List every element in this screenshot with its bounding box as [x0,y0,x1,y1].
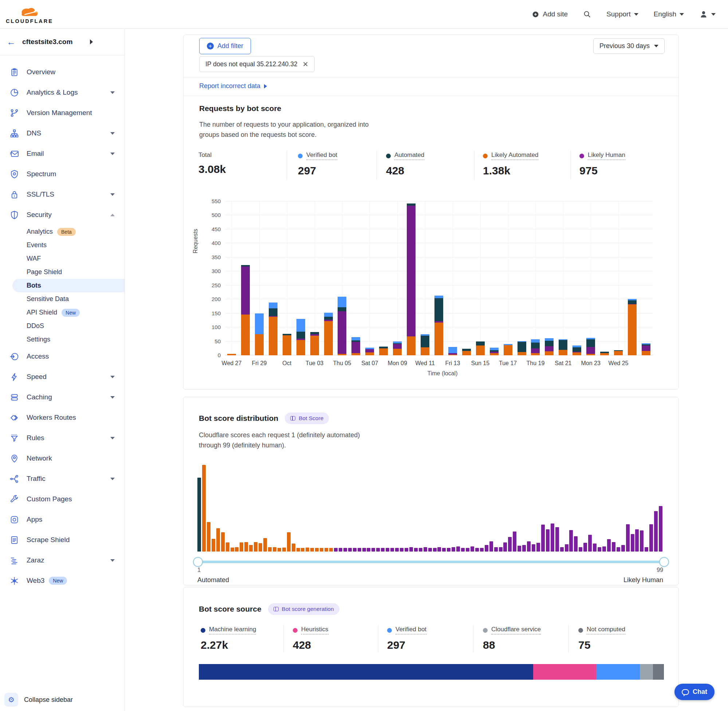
histogram-bar-score-65[interactable] [499,547,502,552]
stat-label[interactable]: Likely Human [588,152,625,160]
sidebar-item-web3[interactable]: Web3New [0,571,124,591]
gear-icon[interactable]: ⚙ [4,693,18,707]
histogram-bar-score-22[interactable] [297,548,300,552]
sidebar-item-ddos[interactable]: DDoS [0,319,124,333]
requests-day-bar[interactable] [351,337,360,356]
requests-day-bar[interactable] [448,347,457,356]
add-filter-button[interactable]: + Add filter [199,38,251,54]
histogram-bar-score-28[interactable] [325,548,328,552]
histogram-bar-score-42[interactable] [390,548,394,552]
histogram-bar-score-63[interactable] [489,541,493,552]
requests-day-bar[interactable] [283,334,291,356]
requests-day-bar[interactable] [379,347,388,356]
sidebar-item-caching[interactable]: Caching [0,387,124,407]
histogram-bar-score-77[interactable] [555,527,559,552]
histogram-bar-score-29[interactable] [329,548,333,552]
sidebar-item-custom-pages[interactable]: Custom Pages [0,489,124,509]
requests-day-bar[interactable] [393,341,402,356]
requests-day-bar[interactable] [407,204,415,356]
histogram-bar-score-51[interactable] [433,548,437,552]
histogram-bar-score-13[interactable] [254,542,257,552]
back-arrow-icon[interactable]: ← [7,37,16,47]
histogram-bar-score-74[interactable] [541,525,545,552]
histogram-bar-score-79[interactable] [565,544,569,552]
histogram-bar-score-59[interactable] [471,546,474,552]
histogram-bar-score-81[interactable] [574,536,577,552]
histogram-bar-score-9[interactable] [235,547,239,552]
stat-label[interactable]: Verified bot [306,152,337,160]
histogram-bar-score-87[interactable] [602,546,606,552]
histogram-bar-score-45[interactable] [405,548,408,552]
slider-handle-min[interactable] [193,557,203,567]
sidebar-item-analytics-logs[interactable]: Analytics & Logs [0,82,124,103]
histogram-bar-score-48[interactable] [419,548,422,552]
histogram-bar-score-83[interactable] [583,543,587,552]
sidebar-item-zaraz[interactable]: Zaraz [0,550,124,571]
requests-day-bar[interactable] [573,345,581,356]
sidebar-item-dns[interactable]: DNS [0,123,124,143]
histogram-bar-score-53[interactable] [442,548,446,552]
histogram-bar-score-40[interactable] [381,548,385,552]
bot-score-badge[interactable]: Bot Score [285,413,329,424]
histogram-bar-score-38[interactable] [371,548,375,552]
histogram-bar-score-14[interactable] [258,543,262,552]
histogram-bar-score-96[interactable] [645,547,648,552]
chevron-right-icon[interactable] [90,39,93,44]
date-range-select[interactable]: Previous 30 days [593,38,665,54]
histogram-bar-score-55[interactable] [452,547,455,552]
sidebar-item-workers-routes[interactable]: Workers Routes [0,407,124,428]
sidebar-item-spectrum[interactable]: Spectrum [0,164,124,184]
histogram-bar-score-89[interactable] [612,542,616,552]
histogram-bar-score-85[interactable] [593,544,597,552]
requests-day-bar[interactable] [421,334,430,356]
histogram-bar-score-5[interactable] [216,528,220,552]
score-slider-track[interactable] [197,561,665,563]
histogram-bar-score-44[interactable] [400,548,403,552]
histogram-bar-score-61[interactable] [480,548,484,552]
add-site-button[interactable]: Add site [532,10,568,18]
filter-chip[interactable]: IP does not equal 35.212.240.32 ✕ [199,56,315,72]
histogram-bar-score-88[interactable] [607,539,611,552]
histogram-bar-score-33[interactable] [348,548,352,552]
sidebar-item-network[interactable]: Network [0,448,124,469]
histogram-bar-score-24[interactable] [306,547,309,552]
histogram-bar-score-4[interactable] [211,539,215,552]
requests-day-bar[interactable] [310,332,319,356]
histogram-bar-score-43[interactable] [395,548,399,552]
histogram-bar-score-7[interactable] [226,543,229,552]
histogram-bar-score-69[interactable] [517,546,521,552]
histogram-bar-score-10[interactable] [240,543,243,552]
histogram-bar-score-71[interactable] [527,541,531,552]
stat-label[interactable]: Likely Automated [491,152,538,160]
requests-day-bar[interactable] [365,348,374,356]
histogram-bar-score-68[interactable] [513,531,517,552]
requests-day-bar[interactable] [255,313,264,356]
histogram-bar-score-25[interactable] [310,548,314,552]
stat-label[interactable]: Heuristics [301,626,328,634]
histogram-bar-score-15[interactable] [263,538,267,552]
collapse-sidebar-button[interactable]: Collapse sidebar [24,696,73,704]
requests-day-bar[interactable] [434,296,443,356]
histogram-bar-score-73[interactable] [536,543,540,552]
histogram-bar-score-60[interactable] [475,548,479,552]
histogram-bar-score-97[interactable] [649,524,653,552]
requests-day-bar[interactable] [338,297,346,356]
histogram-bar-score-54[interactable] [447,548,450,552]
support-menu[interactable]: Support [606,10,638,18]
requests-day-bar[interactable] [490,348,499,356]
requests-day-bar[interactable] [241,265,250,356]
histogram-bar-score-34[interactable] [353,548,357,552]
requests-day-bar[interactable] [227,354,236,356]
requests-day-bar[interactable] [462,349,471,356]
histogram-bar-score-49[interactable] [424,547,427,552]
histogram-bar-score-92[interactable] [626,524,630,552]
sidebar-item-email[interactable]: Email [0,143,124,164]
stat-label[interactable]: Automated [394,152,424,160]
sidebar-item-bots[interactable]: Bots [12,279,124,292]
histogram-bar-score-90[interactable] [617,547,620,552]
histogram-bar-score-76[interactable] [551,524,554,552]
histogram-bar-score-18[interactable] [278,548,281,552]
histogram-bar-score-72[interactable] [532,544,535,552]
histogram-bar-score-47[interactable] [414,548,418,552]
histogram-bar-score-27[interactable] [320,548,323,552]
